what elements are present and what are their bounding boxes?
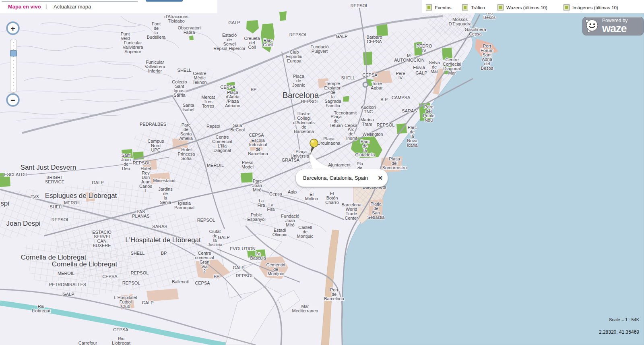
layer-toggle-imagenes-ultimas-10: Imágenes (últimas 10) [564, 4, 618, 10]
map-label: GALP [336, 34, 347, 39]
map-label: FundacióPuigvert [310, 44, 328, 54]
map-label: Ajuntament [328, 162, 351, 167]
location-popup: Barcelona, Catalonia, Spain ✕ [295, 169, 388, 187]
map-label: CentreMèdicTeknon [192, 71, 206, 85]
map-label: SHELL [131, 251, 145, 256]
map-label: Carrefour [78, 341, 97, 345]
map-label: CEPSA [249, 133, 264, 137]
map-label: REPSOL [301, 99, 319, 104]
header-left: Mapa en vivo | Actualizar mapa [0, 0, 217, 13]
tab-live-map[interactable]: Mapa en vivo [8, 4, 41, 10]
map-label: REPSOL [351, 3, 369, 8]
map-label: REPSOL [133, 160, 151, 165]
map-label: PuntVerd [121, 31, 130, 41]
map-label: REPSOL [236, 273, 254, 278]
map-label: CEPSA [113, 327, 128, 332]
map-label: Repsol [206, 124, 220, 129]
map-label: TV3 [31, 194, 39, 199]
map-label: REPSOL [377, 123, 395, 127]
map-label: BP [161, 251, 167, 256]
map-label: Esplugues de Llobregat [45, 192, 117, 200]
waze-badge[interactable]: Powered by waze [582, 17, 644, 35]
layer-toggle-eventos: Eventos [426, 4, 452, 10]
map-label: Barcelona [283, 91, 319, 100]
zoom-in-button[interactable]: + [6, 22, 19, 35]
map-label: L'Hospitalet de Llobregat [125, 236, 201, 244]
map-label: REPSOL [197, 218, 215, 222]
map-label: SARAS [152, 224, 167, 229]
layer-label-wazers-ultimos-10: Wazers (últimos 10) [506, 5, 547, 10]
map-label: B.P. [380, 97, 388, 102]
map-label: Plaçad'Adria/PlazaAdriano [225, 90, 240, 108]
map-label: SHELL [178, 68, 192, 73]
map-label: CEPSA [220, 85, 235, 89]
map-label: FunicularVallvidreraSuperior [122, 40, 143, 54]
map-label: MEROIL [207, 163, 224, 168]
map-label: GALP [218, 235, 229, 240]
map-label: Ballenoil [172, 279, 189, 284]
map-label: PEDRALBES [140, 122, 166, 127]
checkbox-checked-mark [499, 6, 502, 9]
map-label: PresóModel [242, 160, 254, 169]
map-label: Joan Despi [6, 220, 40, 227]
map-label: BP [251, 87, 257, 92]
map-label: MarinaTram [360, 117, 374, 127]
map-label: GALP [62, 292, 74, 297]
layer-label-eventos: Eventos [435, 5, 452, 10]
map-label: GALP [228, 20, 240, 25]
map-label: SantaIsabel [182, 103, 194, 112]
map-label: REPSOL [122, 281, 140, 285]
map-label: Fluvià [413, 65, 425, 70]
map-label: REPSOL [52, 217, 70, 222]
refresh-map-link[interactable]: Actualizar mapa [54, 4, 91, 10]
map-label: GALP [233, 265, 244, 270]
scale-indicator: Scale = 1 : 54K [609, 317, 639, 322]
layer-toggle-wazers-ultimos-10: Wazers (últimos 10) [497, 4, 547, 10]
checkbox-checked-mark [565, 6, 568, 9]
cursor-coordinates: 2.28320, 41.35469 [599, 329, 639, 335]
map-label: ESTACIOSERVEICANBUXERE [92, 230, 111, 248]
zoom-slider-ticks [13, 42, 14, 89]
zoom-out-button[interactable]: − [6, 94, 19, 106]
checkbox-checked-mark [464, 6, 466, 9]
torre-agbar-marker [363, 82, 368, 87]
map-label: BRIGHTSERVICE [45, 175, 64, 184]
map-label: SARAS [402, 108, 417, 113]
map-label: Wellington [362, 132, 383, 137]
layer-label-imagenes-ultimas-10: Imágenes (últimas 10) [572, 5, 618, 10]
search-input-remnant[interactable] [2, 0, 138, 2]
map-label: Cepsa [269, 191, 283, 196]
checkbox-trafico[interactable] [462, 4, 468, 10]
map-label: ParcGüell [263, 38, 273, 47]
checkbox-wazers-ultimos-10[interactable] [497, 4, 504, 10]
checkbox-eventos[interactable] [426, 4, 432, 10]
checkbox-imagenes-ultimas-10[interactable] [564, 4, 570, 10]
map-label: EVOLUTION [230, 246, 256, 251]
map-label: CEPSA [102, 274, 118, 279]
popup-location-text: Barcelona, Catalonia, Spain [303, 175, 368, 181]
checkbox-checked-mark [427, 6, 430, 9]
search-button-remnant[interactable] [146, 0, 183, 2]
map-label: BarbaroCEPSA [366, 35, 382, 44]
map-label: CAMPSA [392, 95, 411, 100]
popup-close-button[interactable]: ✕ [378, 175, 383, 181]
live-map-app: REPSOLd'AtraccionsTibidaboFontdelaBudell… [0, 0, 644, 345]
map-label: SantJoandeDeu [121, 153, 131, 171]
map-label: REPSOL [289, 32, 308, 37]
map-label: MEROIL [58, 271, 74, 276]
map-label: SHELL [50, 204, 64, 209]
map-label: GALP [92, 180, 103, 185]
map-label: Cornella de Llobregat [52, 260, 118, 268]
zoom-slider-track[interactable] [10, 39, 17, 93]
waze-icon [583, 18, 601, 35]
map-label: SHELL [341, 75, 355, 80]
layer-toggle-trafico: Tráfico [462, 4, 485, 10]
map-label: TorreAgbar [371, 81, 383, 90]
map-label: ParcJoanMiró [252, 179, 262, 192]
map-label: GALP [415, 71, 427, 75]
map-label: spi [0, 200, 9, 207]
zoom-slider-handle[interactable] [10, 50, 17, 56]
map-label: Agip [288, 189, 297, 194]
map-label: EstadiOlimpic [272, 228, 287, 237]
map-label: Miniestació [153, 178, 175, 183]
